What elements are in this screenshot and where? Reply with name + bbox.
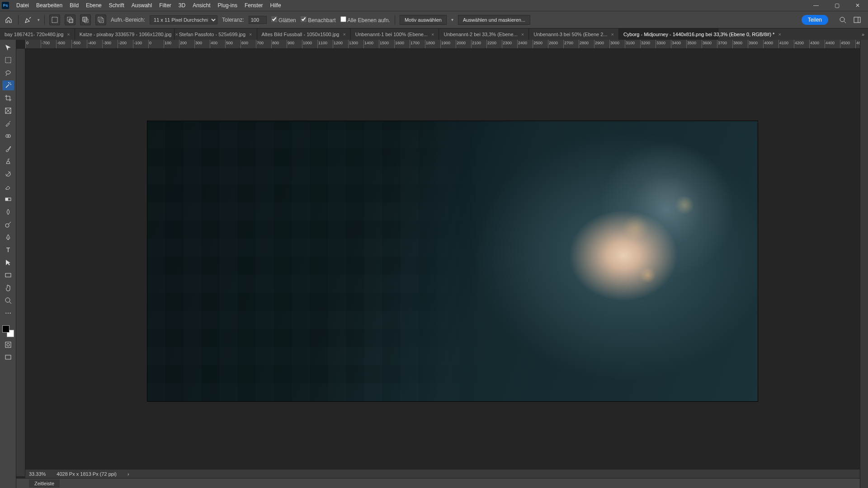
window-minimize-button[interactable]: — [806, 0, 826, 11]
close-icon[interactable]: × [521, 32, 524, 37]
type-tool[interactable]: T [2, 245, 14, 255]
timeline-panel[interactable]: Zeitleiste [16, 478, 860, 488]
svg-rect-2 [69, 19, 73, 23]
hand-tool[interactable] [2, 283, 14, 293]
menu-datei[interactable]: Datei [13, 2, 33, 9]
menu-bar: Ps Datei Bearbeiten Bild Ebene Schrift A… [0, 0, 868, 11]
share-button[interactable]: Teilen [802, 15, 828, 25]
menu-bearbeiten[interactable]: Bearbeiten [33, 2, 66, 9]
selection-subtract-icon[interactable] [80, 14, 91, 25]
selection-new-icon[interactable] [49, 14, 60, 25]
frame-tool[interactable] [2, 106, 14, 116]
zoom-tool[interactable] [2, 296, 14, 305]
pen-tool[interactable] [2, 232, 14, 242]
document-tab[interactable]: Katze - pixabay 3336579 - 1066x1280.jpg× [75, 28, 175, 40]
svg-rect-27 [5, 342, 11, 347]
menu-auswahl[interactable]: Auswahl [128, 2, 156, 9]
svg-line-22 [9, 222, 11, 224]
history-brush-tool[interactable] [2, 169, 14, 179]
menu-fenster[interactable]: Fenster [241, 2, 267, 9]
magic-wand-tool[interactable] [2, 80, 14, 90]
svg-point-28 [7, 343, 9, 346]
canvas[interactable] [25, 49, 860, 469]
right-dock[interactable] [860, 40, 868, 488]
clone-stamp-tool[interactable] [2, 156, 14, 166]
selection-intersect-icon[interactable] [95, 14, 106, 25]
quick-mask-icon[interactable] [2, 340, 14, 350]
tabs-overflow-icon[interactable]: » [858, 28, 868, 40]
menu-hilfe[interactable]: Hilfe [267, 2, 285, 9]
gradient-tool[interactable] [2, 194, 14, 204]
document-tab[interactable]: Unbenannt-3 bei 50% (Ebene 2...× [529, 28, 619, 40]
brush-tool[interactable] [2, 144, 14, 154]
dodge-tool[interactable] [2, 220, 14, 230]
horizontal-ruler[interactable]: 0-700-600-500-400-300-200-10001002003004… [25, 40, 860, 49]
rectangle-tool[interactable] [2, 270, 14, 280]
toolbox: T ⋯ [0, 40, 16, 488]
select-subject-button[interactable]: Motiv auswählen [400, 15, 447, 25]
svg-rect-10 [854, 17, 860, 23]
window-close-button[interactable]: ✕ [847, 0, 868, 11]
document-tab-active[interactable]: Cyborg - Midjourney - 1440x816.png bei 3… [619, 28, 718, 40]
document-image[interactable] [147, 121, 758, 401]
close-icon[interactable]: × [343, 32, 345, 37]
menu-plugins[interactable]: Plug-ins [214, 2, 241, 9]
sample-all-layers-checkbox[interactable]: Alle Ebenen aufn. [340, 16, 390, 23]
svg-rect-20 [5, 198, 8, 201]
move-tool[interactable] [2, 42, 14, 52]
svg-point-8 [840, 17, 844, 22]
svg-rect-7 [99, 19, 102, 21]
document-tab[interactable]: Unbenannt-1 bei 100% (Ebene...× [351, 28, 439, 40]
lasso-tool[interactable] [2, 68, 14, 78]
window-maximize-button[interactable]: ▢ [826, 0, 847, 11]
home-button[interactable] [4, 15, 14, 25]
path-selection-tool[interactable] [2, 258, 14, 267]
sample-size-select[interactable]: 11 x 11 Pixel Durchschnitt [150, 15, 217, 24]
workspace-icon[interactable] [854, 16, 861, 23]
status-arrow-icon[interactable]: › [127, 471, 129, 477]
close-icon[interactable]: × [778, 32, 781, 37]
menu-ansicht[interactable]: Ansicht [189, 2, 214, 9]
menu-ebene[interactable]: Ebene [82, 2, 105, 9]
options-bar: ▾ Aufn.-Bereich: 11 x 11 Pixel Durchschn… [0, 11, 868, 28]
antialias-checkbox[interactable]: Glätten [271, 16, 296, 23]
document-tab[interactable]: Unbenannt-2 bei 33,3% (Ebene...× [439, 28, 529, 40]
svg-rect-24 [5, 273, 11, 277]
menu-filter[interactable]: Filter [156, 2, 175, 9]
close-icon[interactable]: × [67, 32, 70, 37]
current-tool-icon[interactable] [23, 15, 33, 25]
screen-mode-icon[interactable] [2, 352, 14, 362]
zoom-level[interactable]: 33.33% [29, 471, 46, 477]
vertical-ruler[interactable] [16, 49, 25, 476]
chevron-down-icon[interactable]: ▾ [451, 17, 453, 22]
svg-line-9 [844, 21, 846, 23]
svg-text:T: T [6, 246, 10, 253]
blur-tool[interactable] [2, 207, 14, 217]
contiguous-checkbox[interactable]: Benachbart [301, 16, 336, 23]
close-icon[interactable]: × [249, 32, 252, 37]
menu-3d[interactable]: 3D [175, 2, 189, 9]
document-tab[interactable]: Altes Bild Fussball - 1050x1500.jpg× [257, 28, 351, 40]
search-icon[interactable] [839, 16, 846, 23]
svg-line-26 [9, 302, 11, 304]
select-and-mask-button[interactable]: Auswählen und maskieren... [458, 15, 530, 25]
eraser-tool[interactable] [2, 182, 14, 192]
healing-brush-tool[interactable] [2, 131, 14, 141]
window-controls: — ▢ ✕ [806, 0, 868, 11]
document-tab[interactable]: Stefan Passfoto - 525x699.jpg× [175, 28, 257, 40]
document-info[interactable]: 4028 Px x 1813 Px (72 ppi) [57, 471, 117, 477]
menu-schrift[interactable]: Schrift [105, 2, 128, 9]
canvas-zone: 0-700-600-500-400-300-200-10001002003004… [16, 40, 860, 488]
close-icon[interactable]: × [431, 32, 434, 37]
marquee-tool[interactable] [2, 55, 14, 65]
menu-bild[interactable]: Bild [66, 2, 82, 9]
edit-toolbar-icon[interactable]: ⋯ [2, 308, 14, 318]
tolerance-input[interactable] [249, 16, 267, 24]
selection-add-icon[interactable] [65, 14, 75, 25]
timeline-tab[interactable]: Zeitleiste [29, 479, 60, 488]
document-tab[interactable]: bay 1867421- 720x480.jpg× [0, 28, 75, 40]
eyedropper-tool[interactable] [2, 118, 14, 128]
color-swatches[interactable] [2, 325, 14, 337]
close-icon[interactable]: × [611, 32, 613, 37]
crop-tool[interactable] [2, 93, 14, 103]
